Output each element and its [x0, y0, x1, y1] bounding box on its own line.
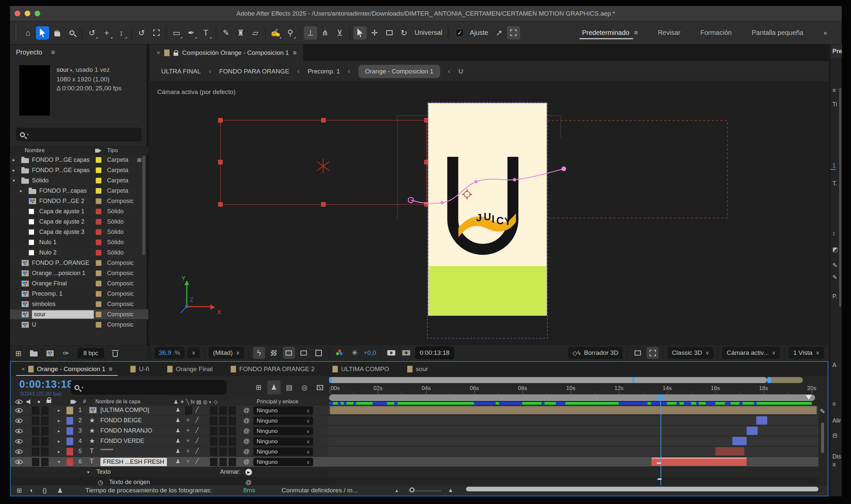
label-color-swatch[interactable] — [96, 260, 101, 266]
eye-icon[interactable] — [15, 419, 23, 423]
layer-duration-bar[interactable] — [732, 437, 747, 445]
project-item-row[interactable]: Capa de ajuste 1Sólido — [10, 206, 148, 217]
breadcrumb-item[interactable]: FONDO PARA ORANGE — [219, 68, 289, 75]
switch-cell[interactable] — [219, 427, 227, 435]
label-color-swatch[interactable] — [67, 407, 73, 414]
time-navigator-bar[interactable] — [329, 394, 815, 401]
audio-switch-cell[interactable] — [32, 458, 39, 466]
shy-switch-icon[interactable]: ♟ — [176, 417, 180, 423]
property-track-lane[interactable] — [328, 478, 818, 485]
timeline-search-input[interactable]: ▾ — [70, 380, 227, 395]
quality-switch-icon[interactable]: ╱ — [195, 437, 199, 444]
project-scrollbar[interactable] — [142, 156, 145, 255]
work-area-bar[interactable] — [329, 377, 815, 383]
project-item-row[interactable]: ▸FONDO P...capasCarpeta — [10, 186, 148, 196]
twirl-icon[interactable]: ▸ — [58, 438, 60, 444]
zoom-in-mountain-icon[interactable]: ▲ — [448, 487, 454, 494]
panel-tab-previsualizacion[interactable]: Prev — [830, 44, 842, 58]
switch-cell[interactable] — [210, 448, 217, 456]
label-color-swatch[interactable] — [67, 427, 73, 435]
rectangle-tool[interactable]: ▭ — [170, 26, 183, 39]
home-tool[interactable]: ⌂ — [21, 26, 35, 39]
eye-icon[interactable] — [15, 460, 23, 464]
zoom-level[interactable]: 36,9% — [155, 347, 184, 359]
twirl-icon[interactable]: ▾ — [87, 469, 89, 475]
label-color-swatch[interactable] — [96, 157, 101, 163]
new-composition-icon[interactable] — [46, 350, 54, 357]
text-group-row[interactable]: ▾TextoAnimar:▶ — [11, 467, 329, 478]
region-of-interest-icon[interactable] — [283, 347, 295, 359]
timeline-tab[interactable]: U-ñ — [123, 362, 157, 376]
project-panel-menu-icon[interactable]: ≡ — [51, 49, 55, 56]
timeline-tab[interactable]: ×Orange - Composicion 1≡ — [14, 362, 120, 376]
brush-tool[interactable]: ✎ — [219, 26, 233, 39]
quill-icon[interactable]: ✑ — [63, 349, 69, 358]
layer-name[interactable]: FRESH ...ESH FRESH — [101, 458, 167, 466]
label-color-swatch[interactable] — [67, 448, 73, 455]
parent-dropdown[interactable]: Ninguno∨ — [253, 437, 313, 446]
pen-tool[interactable]: ✒ — [184, 26, 198, 39]
project-item-row[interactable]: ▸FONDO P...GE capasCarpeta⊞ — [10, 155, 148, 165]
viewer-tab-menu-icon[interactable]: ≡ — [293, 49, 297, 56]
stopwatch-icon[interactable]: ◷ — [98, 479, 103, 485]
gizmo-move-tool[interactable]: ✛ — [368, 26, 381, 39]
rotobrush-tool[interactable]: ✍ — [269, 26, 282, 39]
zoom-dropdown-button[interactable]: ∨ — [188, 347, 200, 358]
switch-cell[interactable] — [219, 406, 227, 415]
twirl-icon[interactable]: ▸ — [13, 167, 15, 173]
switch-cell[interactable] — [229, 448, 236, 456]
label-color-swatch[interactable] — [96, 219, 101, 224]
project-item-row[interactable]: ▾SólidoCarpeta — [10, 176, 148, 186]
snap-checkbox[interactable]: ✓ — [456, 29, 464, 37]
layer-row[interactable]: ▸4★FONDO VERDE♟☀╱@Ninguno∨ — [11, 436, 329, 447]
motion-path-point[interactable] — [474, 180, 478, 183]
dock-menu-icon[interactable]: ≡ — [830, 401, 842, 408]
hand-tool[interactable] — [51, 26, 64, 39]
twirl-icon[interactable]: ▸ — [58, 408, 60, 413]
transparency-grid-icon[interactable] — [268, 347, 280, 359]
work-area-left-nub[interactable] — [329, 377, 332, 383]
label-color-swatch[interactable] — [96, 239, 101, 245]
current-time-display[interactable]: 0:00:13:18 — [415, 346, 455, 359]
eye-icon[interactable] — [15, 429, 23, 433]
layer-name[interactable]: FONDO BEIGE — [101, 417, 142, 424]
dock-mask-icon[interactable]: ◩ — [830, 246, 842, 253]
expand-layers-icon[interactable]: ⊞ — [17, 487, 22, 494]
dock-menu-icon[interactable]: ≡ — [830, 87, 842, 94]
label-color-swatch[interactable] — [96, 178, 101, 183]
timeline-vertical-scrollbar[interactable] — [821, 422, 824, 453]
workspace-tab-pantalla-pequeña[interactable]: Pantalla pequeña — [743, 24, 812, 41]
pickwhip-icon[interactable]: @ — [243, 437, 250, 445]
project-item-row[interactable]: Capa de ajuste 2Sólido — [10, 217, 148, 227]
twirl-icon[interactable]: ▾ — [58, 459, 60, 465]
timeline-tab-menu-icon[interactable]: ≡ — [109, 365, 112, 373]
lock-switch-cell[interactable] — [41, 448, 49, 456]
channels-icon[interactable] — [334, 347, 346, 359]
marquee-tool[interactable] — [507, 26, 520, 39]
parent-dropdown[interactable]: Ninguno∨ — [253, 417, 313, 425]
shy-switch-icon[interactable]: ♟ — [176, 437, 180, 444]
view-count-dropdown[interactable]: 1 Vista∨ — [789, 347, 824, 359]
parent-dropdown[interactable]: Ninguno∨ — [253, 427, 313, 435]
twirl-icon[interactable]: ▸ — [13, 157, 15, 162]
timeline-horizontal-scrollbar[interactable] — [466, 487, 818, 491]
project-item-row[interactable]: Orange ...posicion 1Composic — [10, 268, 148, 278]
twirl-icon[interactable]: ▸ — [58, 428, 60, 434]
universal-rotation-label[interactable]: Universal — [414, 29, 442, 37]
pickwhip-icon[interactable]: @ — [243, 417, 250, 424]
label-color-swatch[interactable] — [96, 167, 101, 173]
expressions-icon[interactable]: {} — [42, 487, 47, 494]
switch-cell[interactable] — [229, 406, 236, 415]
quality-switch-icon[interactable]: ╱ — [195, 417, 199, 423]
lock-switch-cell[interactable] — [41, 406, 49, 415]
camera-view-tool[interactable] — [149, 26, 163, 39]
renderer-dropdown[interactable]: Classic 3D∨ — [668, 347, 713, 359]
workspace-tab-formación[interactable]: Formación — [692, 24, 740, 41]
panel-tab-alinear[interactable]: Alir — [830, 417, 842, 424]
solo-column-icon[interactable]: ● — [37, 399, 40, 405]
switch-cell[interactable] — [210, 417, 217, 425]
collapse-switch-icon[interactable]: ☀ — [185, 417, 190, 423]
twirl-icon[interactable]: ▾ — [13, 178, 15, 183]
shy-switch-icon[interactable]: ♟ — [176, 427, 180, 434]
new-folder-icon[interactable] — [30, 352, 38, 357]
